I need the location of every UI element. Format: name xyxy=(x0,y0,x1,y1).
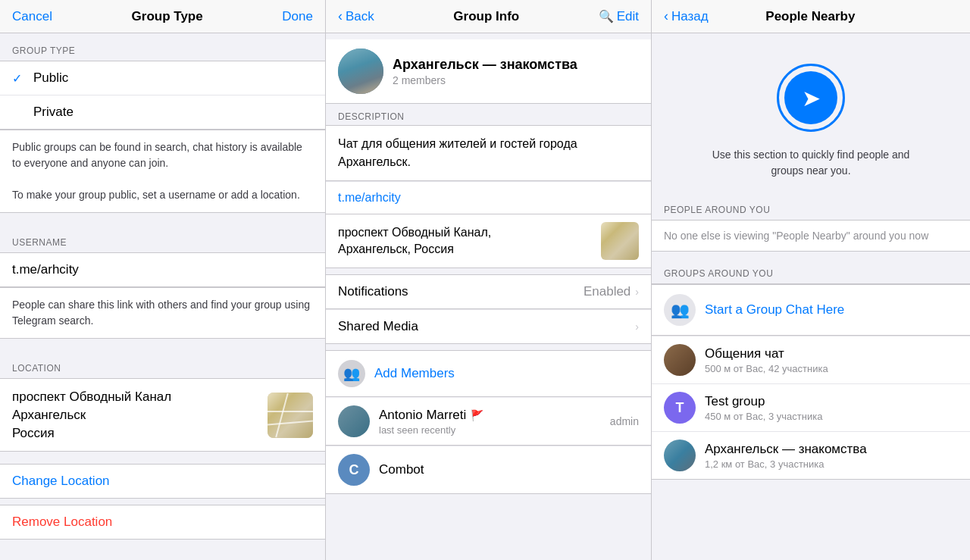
group-name: Архангельск — знакомства xyxy=(393,57,577,73)
nav-bar-group-type: Cancel Group Type Done xyxy=(0,0,325,33)
people-around-label: PEOPLE AROUND YOU xyxy=(652,194,970,220)
public-label: Public xyxy=(33,70,68,86)
group-location-map xyxy=(601,222,639,260)
arh-info: Архангельск — знакомства 1,2 км от Вас, … xyxy=(705,442,958,470)
antonio-avatar xyxy=(338,405,370,437)
group-avatar xyxy=(338,48,383,94)
back-button-nearby[interactable]: ‹ Назад xyxy=(664,8,709,24)
group-type-description: Public groups can be found in search, ch… xyxy=(0,130,325,213)
group-info-panel: ‹ Back Group Info 🔍 Edit Архангельск — з… xyxy=(326,0,652,560)
shared-media-chevron-icon: › xyxy=(635,321,639,333)
group-type-section-label: GROUP TYPE xyxy=(0,33,325,61)
nav-bar-nearby: ‹ Назад People Nearby xyxy=(652,0,970,33)
description-content: Чат для общения жителей и гостей города … xyxy=(326,125,651,181)
location-map-thumbnail xyxy=(268,393,313,438)
username-section-label: USERNAME xyxy=(0,225,325,252)
public-checkmark: ✓ xyxy=(12,71,24,86)
back-button-group-info[interactable]: ‹ Back xyxy=(338,8,374,24)
username-value: t.me/arhcity xyxy=(12,262,79,277)
obshenie-name: Общения чат xyxy=(705,346,958,361)
people-nearby-panel: ‹ Назад People Nearby ➤ Use this section… xyxy=(652,0,970,560)
notifications-label: Notifications xyxy=(338,284,584,299)
nearby-group-arh[interactable]: Архангельск — знакомства 1,2 км от Вас, … xyxy=(652,432,970,479)
location-arrow-icon: ➤ xyxy=(802,85,821,111)
test-name: Test group xyxy=(705,394,958,409)
location-icon-inner: ➤ xyxy=(784,71,837,124)
shared-media-label: Shared Media xyxy=(338,319,635,334)
group-link: t.me/arhcity xyxy=(338,191,639,205)
notifications-row[interactable]: Notifications Enabled › xyxy=(326,274,651,309)
description-section-label: DESCRIPTION xyxy=(326,104,651,125)
back-chevron-icon: ‹ xyxy=(338,8,343,24)
username-field[interactable]: t.me/arhcity xyxy=(0,252,325,287)
start-group-row[interactable]: 👥 Start a Group Chat Here xyxy=(652,284,970,336)
antonio-name: Antonio Marreti 🚩 xyxy=(379,408,610,423)
back-label-nearby: Назад xyxy=(671,9,709,24)
group-members: 2 members xyxy=(393,74,577,86)
cancel-button[interactable]: Cancel xyxy=(12,9,52,24)
group-location-row: проспект Обводный Канал,Архангельск, Рос… xyxy=(326,214,651,268)
obshenie-avatar xyxy=(664,344,696,376)
obshenie-distance: 500 м от Вас, 42 участника xyxy=(705,363,958,374)
combot-avatar: C xyxy=(338,454,370,486)
add-members-icon: 👥 xyxy=(338,360,365,387)
nearby-hero-desc: Use this section to quickly find people … xyxy=(705,147,917,179)
notifications-chevron-icon: › xyxy=(635,286,639,298)
search-icon: 🔍 xyxy=(599,9,614,23)
location-section: проспект Обводный КаналАрхангельскРоссия xyxy=(0,378,325,452)
notifications-value: Enabled xyxy=(584,284,630,299)
groups-list: 👥 Start a Group Chat Here Общения чат 50… xyxy=(652,283,970,480)
start-group-label: Start a Group Chat Here xyxy=(705,302,844,318)
group-header: Архангельск — знакомства 2 members xyxy=(326,39,651,104)
group-type-panel: Cancel Group Type Done GROUP TYPE ✓ Publ… xyxy=(0,0,326,560)
member-combot[interactable]: C Combot xyxy=(326,446,651,494)
remove-location-button[interactable]: Remove Location xyxy=(0,505,325,540)
arh-distance: 1,2 км от Вас, 3 участника xyxy=(705,458,958,470)
panel1-title: Group Type xyxy=(132,9,203,24)
private-label: Private xyxy=(33,105,74,120)
groups-around-label: GROUPS AROUND YOU xyxy=(652,258,970,283)
group-name-section: Архангельск — знакомства 2 members xyxy=(393,57,577,86)
group-type-desc-text: Public groups can be found in search, ch… xyxy=(12,141,302,201)
test-distance: 450 м от Вас, 3 участника xyxy=(705,411,958,422)
combot-info: Combot xyxy=(379,462,639,477)
panel3-title: People Nearby xyxy=(765,9,855,24)
arh-avatar xyxy=(664,440,696,471)
done-button[interactable]: Done xyxy=(282,9,313,24)
antonio-role: admin xyxy=(610,415,639,427)
edit-button[interactable]: 🔍 Edit xyxy=(599,9,639,24)
nearby-group-obshenie[interactable]: Общения чат 500 м от Вас, 42 участника xyxy=(652,336,970,384)
test-info: Test group 450 м от Вас, 3 участника xyxy=(705,394,958,422)
add-members-label: Add Members xyxy=(374,366,455,381)
arh-name: Архангельск — знакомства xyxy=(705,442,958,457)
public-option[interactable]: ✓ Public xyxy=(0,61,325,95)
people-icon: 👥 xyxy=(671,301,690,319)
group-location-text: проспект Обводный Канал,Архангельск, Рос… xyxy=(338,224,601,258)
add-person-icon: 👥 xyxy=(343,365,360,382)
test-avatar: T xyxy=(664,392,696,424)
nearby-hero: ➤ Use this section to quickly find peopl… xyxy=(652,33,970,194)
private-option[interactable]: ✓ Private xyxy=(0,95,325,129)
change-location-button[interactable]: Change Location xyxy=(0,464,325,499)
nav-bar-group-info: ‹ Back Group Info 🔍 Edit xyxy=(326,0,651,33)
obshenie-info: Общения чат 500 м от Вас, 42 участника xyxy=(705,346,958,374)
nearby-group-test[interactable]: T Test group 450 м от Вас, 3 участника xyxy=(652,384,970,432)
description-text: Чат для общения жителей и гостей города … xyxy=(338,135,639,171)
panel2-title: Group Info xyxy=(453,9,519,24)
add-members-row[interactable]: 👥 Add Members xyxy=(326,350,651,397)
location-text: проспект Обводный КаналАрхангельскРоссия xyxy=(12,388,268,442)
start-group-icon: 👥 xyxy=(664,294,696,326)
back-chevron-icon-nearby: ‹ xyxy=(664,8,668,24)
antonio-info: Antonio Marreti 🚩 last seen recently xyxy=(379,408,610,436)
group-link-box[interactable]: t.me/arhcity xyxy=(326,181,651,214)
back-label: Back xyxy=(346,9,374,24)
username-hint-text: People can share this link with others a… xyxy=(12,299,310,327)
group-type-list: ✓ Public ✓ Private xyxy=(0,61,325,130)
location-icon-circle: ➤ xyxy=(777,64,845,132)
shared-media-row[interactable]: Shared Media › xyxy=(326,309,651,344)
flag-icon: 🚩 xyxy=(471,409,483,421)
combot-name: Combot xyxy=(379,462,639,477)
antonio-status: last seen recently xyxy=(379,424,610,436)
no-people-text: No one else is viewing "People Nearby" a… xyxy=(652,220,970,252)
member-antonio[interactable]: Antonio Marreti 🚩 last seen recently adm… xyxy=(326,398,651,446)
